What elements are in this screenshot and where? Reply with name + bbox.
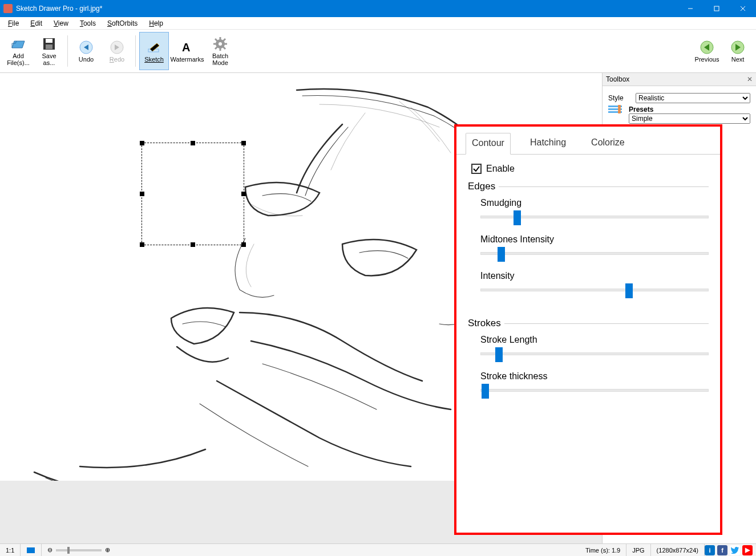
- menu-help[interactable]: Help: [143, 18, 169, 29]
- minimize-button[interactable]: [677, 0, 704, 17]
- slider-smudging[interactable]: [480, 210, 709, 223]
- menu-file[interactable]: File: [2, 18, 25, 29]
- selection-handle-e[interactable]: [241, 192, 246, 196]
- previous-label: Previous: [695, 56, 719, 63]
- selection-handle-nw[interactable]: [140, 141, 144, 145]
- selection-handle-n[interactable]: [191, 141, 195, 145]
- menu-view[interactable]: View: [48, 18, 74, 29]
- tab-colorize[interactable]: Colorize: [585, 133, 630, 155]
- svg-line-19: [223, 39, 225, 41]
- separator: [135, 35, 136, 67]
- zoom-slider[interactable]: ⊖ ⊕: [42, 544, 116, 556]
- sketch-icon: [147, 40, 161, 55]
- redo-label: Redo: [110, 56, 124, 63]
- next-label: Next: [731, 56, 745, 63]
- selection-handle-se[interactable]: [241, 242, 246, 247]
- file-format: JPG: [626, 544, 650, 556]
- maximize-button[interactable]: [704, 0, 730, 17]
- slider-intensity[interactable]: [480, 283, 709, 296]
- slider-label: Intensity: [480, 271, 709, 281]
- style-label: Style: [608, 94, 631, 102]
- facebook-icon[interactable]: f: [717, 545, 727, 555]
- app-icon: [3, 4, 13, 13]
- watermarks-icon: A: [180, 40, 195, 55]
- contour-settings-panel: Contour Hatching Colorize Enable EdgesSm…: [454, 124, 722, 535]
- svg-rect-5: [46, 39, 52, 43]
- group-edges: EdgesSmudgingMidtones IntensityIntensity: [468, 181, 709, 307]
- separator: [67, 35, 68, 67]
- selection-handle-w[interactable]: [140, 192, 144, 196]
- save-as-label: Save as...: [36, 52, 62, 66]
- undo-icon: [79, 40, 94, 55]
- group-legend: Strokes: [468, 318, 504, 329]
- youtube-icon[interactable]: ▶: [742, 545, 753, 555]
- slider-label: Midtones Intensity: [480, 234, 709, 245]
- svg-point-12: [219, 42, 222, 46]
- svg-line-20: [215, 47, 217, 49]
- save-as-button[interactable]: Save as...: [34, 32, 64, 70]
- enable-label: Enable: [486, 164, 515, 174]
- statusbar: 1:1 ⊖ ⊕ Time (s): 1.9 JPG (1280x877x24) …: [0, 543, 756, 556]
- presets-icon[interactable]: [608, 105, 622, 116]
- save-icon: [42, 36, 56, 51]
- twitter-icon[interactable]: [730, 545, 740, 555]
- info-icon[interactable]: i: [705, 545, 715, 555]
- next-icon: [730, 40, 745, 55]
- style-select[interactable]: Realistic: [636, 93, 750, 103]
- zoom-out-icon[interactable]: ⊖: [47, 546, 52, 554]
- redo-button[interactable]: Redo: [102, 32, 132, 70]
- menu-softorbits[interactable]: SoftOrbits: [102, 18, 143, 29]
- social-links: i f ▶: [705, 545, 756, 555]
- titlebar: Sketch Drawer Pro - girl.jpg*: [0, 0, 756, 17]
- slider-stroke-thickness[interactable]: [480, 384, 709, 396]
- toolbox-close-icon[interactable]: ✕: [747, 75, 753, 83]
- menubar: File Edit View Tools SoftOrbits Help: [0, 17, 756, 30]
- group-strokes: StrokesStroke LengthStroke thickness: [468, 318, 709, 408]
- menu-edit[interactable]: Edit: [25, 18, 48, 29]
- selection-handle-sw[interactable]: [140, 242, 144, 247]
- selection-handle-s[interactable]: [191, 242, 195, 247]
- add-files-icon: [11, 36, 26, 51]
- slider-label: Stroke Length: [480, 335, 709, 345]
- slider-stroke-length[interactable]: [480, 347, 709, 360]
- svg-rect-1: [714, 6, 719, 11]
- svg-line-18: [223, 47, 225, 49]
- slider-label: Smudging: [480, 198, 709, 208]
- svg-line-17: [215, 39, 217, 41]
- presets-select[interactable]: Simple: [629, 113, 750, 124]
- toolbar: Add File(s)... Save as... Undo Redo Sket…: [0, 30, 756, 73]
- toolbox-title: Toolbox: [606, 75, 629, 83]
- settings-tabs: Contour Hatching Colorize: [456, 127, 720, 155]
- sketch-label: Sketch: [144, 56, 164, 63]
- undo-label: Undo: [79, 56, 94, 63]
- previous-icon: [700, 40, 714, 55]
- sketch-button[interactable]: Sketch: [139, 32, 169, 70]
- watermarks-button[interactable]: A Watermarks: [170, 32, 204, 70]
- gear-icon: [213, 36, 228, 51]
- selection-handle-ne[interactable]: [241, 141, 246, 145]
- menu-tools[interactable]: Tools: [74, 18, 102, 29]
- zoom-in-icon[interactable]: ⊕: [105, 546, 110, 554]
- svg-rect-6: [46, 44, 52, 49]
- close-button[interactable]: [730, 0, 756, 17]
- selection-rectangle[interactable]: [142, 143, 244, 245]
- next-button[interactable]: Next: [723, 32, 753, 70]
- watermarks-label: Watermarks: [171, 56, 204, 63]
- fit-to-screen-button[interactable]: [21, 544, 42, 556]
- previous-button[interactable]: Previous: [692, 32, 722, 70]
- tab-contour[interactable]: Contour: [466, 133, 511, 155]
- slider-label: Stroke thickness: [480, 371, 709, 382]
- add-files-label: Add File(s)...: [5, 52, 31, 66]
- batch-mode-button[interactable]: Batch Mode: [205, 32, 235, 70]
- image-dimensions: (1280x877x24): [651, 544, 705, 556]
- processing-time: Time (s): 1.9: [580, 544, 626, 556]
- undo-button[interactable]: Undo: [71, 32, 101, 70]
- add-files-button[interactable]: Add File(s)...: [3, 32, 33, 70]
- presets-label: Presets: [629, 105, 750, 113]
- enable-checkbox[interactable]: Enable: [471, 164, 709, 174]
- svg-text:A: A: [182, 41, 190, 54]
- zoom-ratio[interactable]: 1:1: [0, 544, 21, 556]
- tab-hatching[interactable]: Hatching: [524, 133, 572, 155]
- slider-midtones-intensity[interactable]: [480, 247, 709, 259]
- toolbox-header: Toolbox ✕: [603, 73, 756, 86]
